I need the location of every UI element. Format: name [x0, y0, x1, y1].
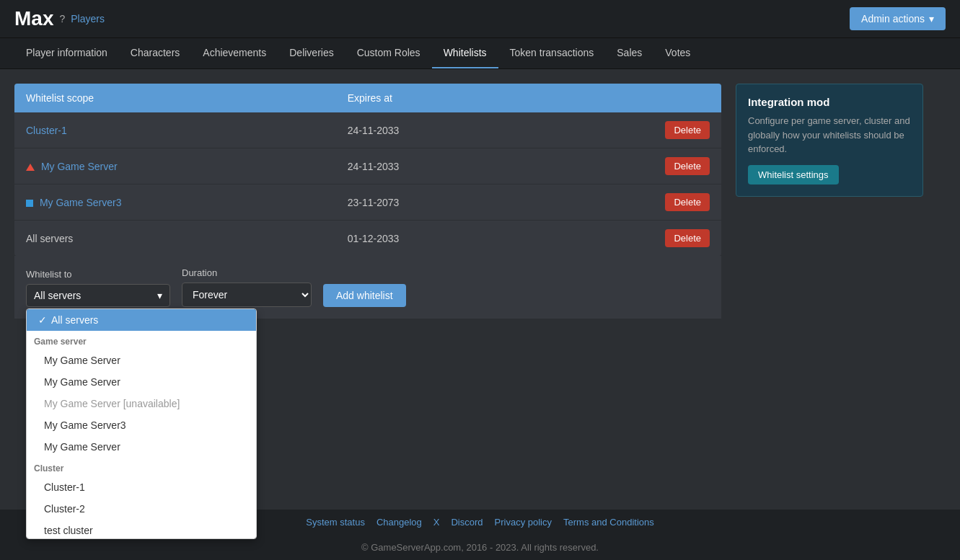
table-row: My Game Server3 23-11-2073 Delete	[14, 185, 721, 221]
table-row: My Game Server 24-11-2033 Delete	[14, 148, 721, 185]
help-icon[interactable]: ?	[59, 13, 65, 25]
nav-item-player-information[interactable]: Player information	[14, 38, 119, 68]
whitelist-to-group: Whitelist to All servers ▾ ✓ All servers	[26, 269, 170, 307]
nav-item-votes[interactable]: Votes	[653, 38, 702, 68]
nav-item-characters[interactable]: Characters	[119, 38, 191, 68]
main-content: Whitelist scope Expires at Cluster-1 24-…	[0, 69, 960, 333]
header: Max ? Players Admin actions ▾	[0, 0, 960, 38]
delete-button-allservers[interactable]: Delete	[665, 229, 710, 247]
whitelist-table-container: Whitelist scope Expires at Cluster-1 24-…	[14, 84, 721, 319]
scope-link-cluster1[interactable]: Cluster-1	[26, 125, 67, 136]
players-link[interactable]: Players	[71, 13, 105, 25]
integration-card: Integration mod Configure per game serve…	[736, 84, 923, 197]
actions-cell: Delete	[538, 221, 721, 257]
whitelist-to-select[interactable]: All servers ▾	[26, 284, 170, 307]
admin-actions-caret: ▾	[929, 13, 934, 25]
expires-cell: 01-12-2033	[336, 221, 539, 257]
expires-cell: 24-11-2033	[336, 148, 539, 185]
whitelist-settings-button[interactable]: Whitelist settings	[748, 165, 839, 185]
footer-discord[interactable]: Discord	[451, 517, 483, 528]
footer-x[interactable]: X	[433, 517, 440, 528]
duration-group: Duration Forever 1 day 7 days 30 days 90…	[182, 267, 312, 307]
dropdown-group-game-server: Game server	[27, 331, 256, 350]
integration-card-title: Integration mod	[748, 96, 911, 108]
scope-link-mygameserver[interactable]: My Game Server	[41, 161, 118, 172]
whitelist-to-dropdown-menu[interactable]: ✓ All servers Game server My Game Server…	[26, 308, 257, 539]
dropdown-option-gs5[interactable]: My Game Server	[27, 436, 256, 458]
dropdown-caret: ▾	[157, 290, 162, 301]
nav-item-whitelists[interactable]: Whitelists	[432, 38, 498, 68]
whitelist-to-label: Whitelist to	[26, 269, 170, 280]
nav-item-deliveries[interactable]: Deliveries	[278, 38, 345, 68]
dropdown-option-cluster1[interactable]: Cluster-1	[27, 476, 256, 498]
actions-cell: Delete	[538, 185, 721, 221]
dropdown-group-cluster: Cluster	[27, 458, 256, 476]
nav: Player information Characters Achievemen…	[0, 38, 960, 69]
expires-cell: 24-11-2033	[336, 112, 539, 148]
nav-item-token-transactions[interactable]: Token transactions	[498, 38, 606, 68]
footer-copyright: © GameServerApp.com, 2016 - 2023. All ri…	[361, 542, 599, 553]
col-expires-at: Expires at	[336, 84, 539, 112]
delete-button-mygameserver3[interactable]: Delete	[665, 193, 710, 211]
col-actions	[538, 84, 721, 112]
col-whitelist-scope: Whitelist scope	[14, 84, 336, 112]
delete-button-cluster1[interactable]: Delete	[665, 121, 710, 139]
duration-label: Duration	[182, 267, 312, 278]
add-whitelist-row-inner: Whitelist to All servers ▾ ✓ All servers	[26, 267, 710, 307]
whitelist-table: Whitelist scope Expires at Cluster-1 24-…	[14, 84, 721, 256]
admin-actions-label: Admin actions	[861, 13, 925, 25]
scope-cell: Cluster-1	[14, 112, 336, 148]
expires-cell: 23-11-2073	[336, 185, 539, 221]
page-title: Max	[14, 7, 53, 30]
footer-terms[interactable]: Terms and Conditions	[563, 517, 654, 528]
nav-item-sales[interactable]: Sales	[605, 38, 653, 68]
dropdown-option-gs4[interactable]: My Game Server3	[27, 414, 256, 436]
duration-select[interactable]: Forever 1 day 7 days 30 days 90 days 1 y…	[182, 283, 312, 307]
nav-item-achievements[interactable]: Achievements	[191, 38, 278, 68]
scope-cell: All servers	[14, 221, 336, 257]
footer-privacy-policy[interactable]: Privacy policy	[495, 517, 552, 528]
table-row: Cluster-1 24-11-2033 Delete	[14, 112, 721, 148]
dropdown-option-gs3-unavailable: My Game Server [unavailable]	[27, 393, 256, 414]
whitelist-to-dropdown-container: All servers ▾ ✓ All servers Game server	[26, 284, 170, 307]
scope-cell: My Game Server	[14, 148, 336, 185]
table-row: All servers 01-12-2033 Delete	[14, 221, 721, 257]
scope-cell: My Game Server3	[14, 185, 336, 221]
dropdown-selected-value: All servers	[34, 290, 81, 301]
triangle-icon	[26, 164, 35, 171]
admin-actions-button[interactable]: Admin actions ▾	[850, 7, 946, 30]
option-label: All servers	[51, 314, 98, 326]
header-left: Max ? Players	[14, 7, 105, 30]
scope-link-mygameserver3[interactable]: My Game Server3	[40, 197, 122, 208]
nav-item-custom-roles[interactable]: Custom Roles	[345, 38, 432, 68]
dropdown-option-cluster2[interactable]: Cluster-2	[27, 498, 256, 520]
dropdown-option-all-servers[interactable]: ✓ All servers	[27, 309, 256, 331]
checkmark-icon: ✓	[38, 314, 47, 326]
square-icon	[26, 200, 33, 207]
footer-system-status[interactable]: System status	[306, 517, 365, 528]
dropdown-option-test-cluster[interactable]: test cluster	[27, 520, 256, 539]
sidebar: Integration mod Configure per game serve…	[736, 84, 923, 319]
footer-links: System status Changelog X Discord Privac…	[306, 517, 653, 528]
dropdown-option-gs2[interactable]: My Game Server	[27, 371, 256, 393]
footer-changelog[interactable]: Changelog	[376, 517, 422, 528]
actions-cell: Delete	[538, 112, 721, 148]
integration-card-description: Configure per game server, cluster and g…	[748, 114, 911, 156]
add-whitelist-button[interactable]: Add whitelist	[323, 284, 406, 307]
dropdown-option-gs1[interactable]: My Game Server	[27, 350, 256, 371]
add-whitelist-form: Whitelist to All servers ▾ ✓ All servers	[14, 256, 721, 319]
delete-button-mygameserver[interactable]: Delete	[665, 157, 710, 175]
actions-cell: Delete	[538, 148, 721, 185]
